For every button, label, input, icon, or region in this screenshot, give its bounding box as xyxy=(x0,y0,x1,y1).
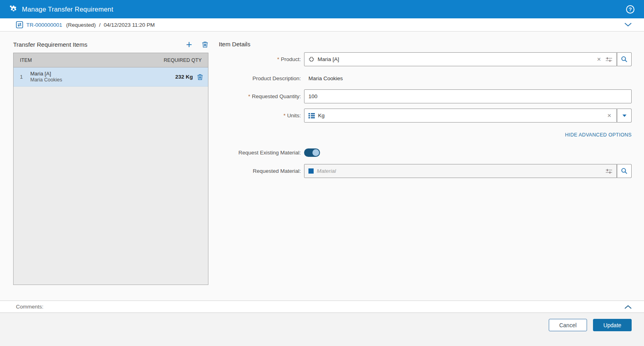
units-list-icon xyxy=(308,113,315,119)
material-filter-icon[interactable] xyxy=(605,168,613,174)
timestamp: 04/12/2023 11:20 PM xyxy=(104,22,155,28)
product-description-row: Product Description: Maria Cookies xyxy=(219,74,632,82)
units-field[interactable]: Kg × xyxy=(304,109,617,123)
units-value: Kg xyxy=(318,113,325,119)
cancel-button[interactable]: Cancel xyxy=(549,319,587,331)
update-button[interactable]: Update xyxy=(593,319,632,331)
request-existing-material-row: Request Existing Material: xyxy=(219,147,632,158)
column-item: ITEM xyxy=(20,57,32,63)
item-details-panel: Item Details *Product: Maria [A] × xyxy=(219,31,632,295)
row-required-qty: 232 Kg xyxy=(175,74,193,80)
row-number: 1 xyxy=(20,74,30,80)
product-field[interactable]: Maria [A] × xyxy=(304,52,617,66)
request-existing-material-label: Request Existing Material: xyxy=(219,150,301,156)
requested-material-label: Requested Material: xyxy=(219,168,301,174)
search-icon xyxy=(621,56,628,63)
search-icon xyxy=(621,168,628,174)
help-icon[interactable]: ? xyxy=(626,5,634,14)
breadcrumb-separator: / xyxy=(99,22,100,28)
row-product-name: Maria [A] xyxy=(30,71,62,77)
gear-icon xyxy=(10,5,18,13)
collapse-header-chevron-down-icon[interactable] xyxy=(624,23,632,27)
requested-material-input[interactable] xyxy=(317,168,602,174)
requested-material-row: Requested Material: xyxy=(219,164,632,178)
request-existing-material-toggle[interactable] xyxy=(304,148,320,157)
status-text: (Requested) xyxy=(66,22,96,28)
product-description-value: Maria Cookies xyxy=(304,75,343,81)
product-row: *Product: Maria [A] × xyxy=(219,52,632,66)
requested-quantity-row: *Requested Quantity: xyxy=(219,89,632,103)
chevron-down-icon xyxy=(622,115,626,117)
required-marker: * xyxy=(277,56,279,62)
product-value: Maria [A] xyxy=(318,56,339,62)
footer-bar: Cancel Update xyxy=(0,313,644,346)
required-marker: * xyxy=(248,93,250,99)
items-table: ITEM REQUIRED QTY 1 Maria [A] Maria Cook… xyxy=(13,53,208,285)
product-label: Product: xyxy=(281,56,301,62)
product-icon xyxy=(308,56,314,62)
transfer-icon xyxy=(16,21,23,28)
table-row[interactable]: 1 Maria [A] Maria Cookies 232 Kg xyxy=(14,67,208,87)
requested-material-field[interactable] xyxy=(304,164,617,178)
product-filter-icon[interactable] xyxy=(605,57,613,62)
row-product-description: Maria Cookies xyxy=(30,77,62,83)
units-clear-icon[interactable]: × xyxy=(606,112,613,119)
delete-items-button[interactable] xyxy=(202,41,208,48)
items-panel-title: Transfer Requirement Items xyxy=(13,41,87,48)
row-trash-icon[interactable] xyxy=(197,74,203,80)
requested-quantity-input[interactable] xyxy=(304,89,632,103)
required-marker: * xyxy=(283,113,285,119)
hide-advanced-options-link[interactable]: HIDE ADVANCED OPTIONS xyxy=(565,132,632,138)
comments-chevron-up-icon[interactable] xyxy=(624,305,632,309)
column-required-qty: REQUIRED QTY xyxy=(164,57,202,63)
units-label: Units: xyxy=(287,113,301,119)
items-panel-header: Transfer Requirement Items + xyxy=(13,39,208,49)
page-title: Manage Transfer Requirement xyxy=(22,6,113,13)
transfer-requirement-link[interactable]: TR-000000001 xyxy=(26,22,62,28)
units-dropdown-button[interactable] xyxy=(617,109,632,123)
product-search-button[interactable] xyxy=(617,52,632,66)
add-item-button[interactable]: + xyxy=(185,40,193,48)
material-icon xyxy=(308,168,314,174)
comments-label: Comments: xyxy=(16,304,43,310)
app-header: Manage Transfer Requirement ? xyxy=(0,0,644,18)
product-description-label: Product Description: xyxy=(219,75,301,81)
material-search-button[interactable] xyxy=(617,164,632,178)
items-table-header: ITEM REQUIRED QTY xyxy=(14,53,208,67)
item-details-title: Item Details xyxy=(219,41,250,47)
comments-section[interactable]: Comments: xyxy=(0,301,644,313)
requested-quantity-label: Requested Quantity: xyxy=(252,93,301,99)
breadcrumb: TR-000000001 (Requested) / 04/12/2023 11… xyxy=(0,18,644,32)
product-clear-icon[interactable]: × xyxy=(596,56,602,63)
units-row: *Units: Kg × xyxy=(219,109,632,123)
